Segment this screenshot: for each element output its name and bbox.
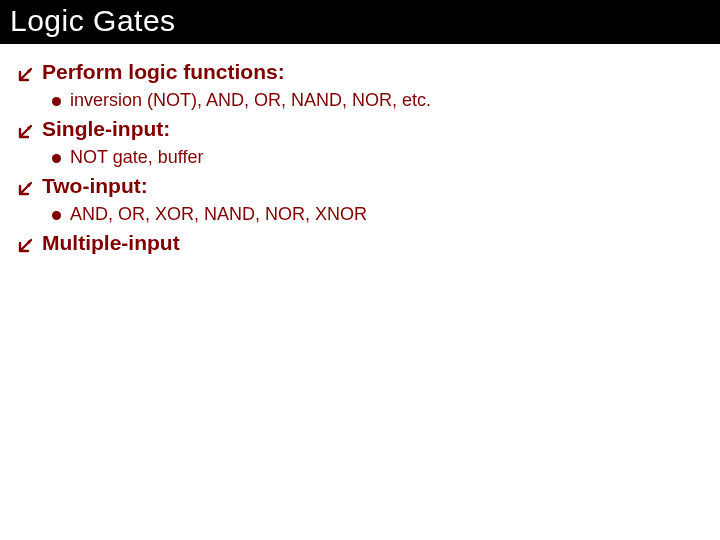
sub-bullet-label: AND, OR, XOR, NAND, NOR, XNOR	[70, 204, 367, 225]
arrow-icon	[18, 237, 34, 253]
dot-icon	[52, 97, 61, 106]
bullet-item: Perform logic functions:	[18, 60, 702, 84]
dot-icon	[52, 154, 61, 163]
title-bar: Logic Gates	[0, 0, 720, 44]
bullet-label: Multiple-input	[42, 231, 180, 255]
bullet-item: Two-input:	[18, 174, 702, 198]
slide-title: Logic Gates	[10, 4, 710, 38]
slide-content: Perform logic functions: inversion (NOT)…	[0, 44, 720, 255]
bullet-label: Two-input:	[42, 174, 148, 198]
bullet-label: Perform logic functions:	[42, 60, 285, 84]
bullet-label: Single-input:	[42, 117, 170, 141]
arrow-icon	[18, 123, 34, 139]
sub-bullet-item: AND, OR, XOR, NAND, NOR, XNOR	[52, 204, 702, 225]
bullet-item: Single-input:	[18, 117, 702, 141]
sub-bullet-item: NOT gate, buffer	[52, 147, 702, 168]
arrow-icon	[18, 180, 34, 196]
sub-bullet-label: NOT gate, buffer	[70, 147, 203, 168]
sub-bullet-label: inversion (NOT), AND, OR, NAND, NOR, etc…	[70, 90, 431, 111]
slide: Logic Gates Perform logic functions: inv…	[0, 0, 720, 540]
dot-icon	[52, 211, 61, 220]
sub-bullet-item: inversion (NOT), AND, OR, NAND, NOR, etc…	[52, 90, 702, 111]
bullet-item: Multiple-input	[18, 231, 702, 255]
arrow-icon	[18, 66, 34, 82]
